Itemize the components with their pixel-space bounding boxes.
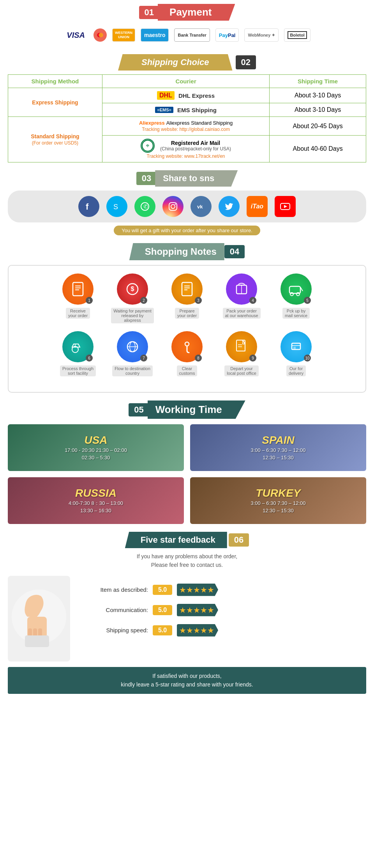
feedback-section: Five star feedback 06 If you have any pr… [0,528,374,698]
working-title: Working Time [148,400,245,419]
thumbs-up-image [8,576,70,662]
step-10-label: Our fordelivery [286,365,306,376]
bank-transfer-logo: Bank Transfer [174,28,210,42]
standard-shipping-label: Standard Shipping(For order over USD5) [8,117,102,162]
rating-communication-label: Communication: [86,607,148,613]
dhl-time: About 3-10 Days [270,88,366,103]
feedback-content: Item as described: 5.0 ★ ★ ★ ★ ★ Communi… [8,576,366,662]
usa-times: 17:00 - 20:30 21:30 – 02:00 02:30 – 5:30 [65,446,127,462]
shipping-number: 02 [236,55,256,69]
sns-gift-text: You will get a gift with your order afte… [114,226,260,235]
facebook-icon[interactable]: f [78,196,99,217]
step-3-icon: 3 [171,273,203,305]
chinapost-courier-cell: 中 Registered Air Mail (China post/epacke… [102,136,269,162]
working-grid: USA 17:00 - 20:30 21:30 – 02:00 02:30 – … [8,424,366,524]
shipping-section: Shipping Choice 02 Shipping Method Couri… [0,50,374,166]
payment-section: 01 Payment VISA WESTERNUNION maestro Ban… [0,0,374,50]
aliexpress-courier-cell: Aliexpress Aliexpress Standard Shipping … [102,117,269,136]
ems-name: EMS Shipping [177,107,217,113]
svg-text:S: S [113,203,118,211]
step-10-icon: 10 [280,331,312,362]
working-time-section: 05 Working Time USA 17:00 - 20:30 21:30 … [0,397,374,528]
dhl-name: DHL Express [178,92,215,99]
svg-rect-26 [289,286,300,293]
russia-card: RUSSIA 4:00-7:30 8：30 – 13:00 13:30 – 16… [8,477,184,524]
itao-icon[interactable]: iTao [247,196,268,217]
shopping-notes-section: Shopping Notes 04 1 Receiveyour order $ … [0,239,374,397]
rating-shipping-score: 5.0 [153,625,172,635]
svg-rect-20 [182,282,192,296]
payment-header: 01 Payment [8,4,366,21]
svg-text:f: f [86,202,89,212]
spain-times: 3:00 – 6:30 7:30 – 12:00 12:30 – 15:30 [251,446,306,462]
mastercard-logo [94,28,107,42]
spain-content: SPAIN 3:00 – 6:30 7:30 – 12:00 12:30 – 1… [251,434,306,462]
payment-logos-row: VISA WESTERNUNION maestro Bank Transfer … [8,25,366,46]
rating-communication-row: Communication: 5.0 ★ ★ ★ ★ ★ [86,604,366,616]
spain-country: SPAIN [251,434,306,446]
table-row: Standard Shipping(For order over USD5) A… [8,117,366,136]
notes-header: Shopping Notes 04 [8,243,366,260]
rating-described-label: Item as described: [86,586,148,593]
step-3-label: Prepareyour order [175,308,199,319]
step-8-icon: 8 [171,331,203,362]
rating-described-stars: ★ ★ ★ ★ ★ [177,584,218,596]
svg-rect-39 [292,343,300,349]
step-9-icon: 9 [226,331,257,362]
rating-described-row: Item as described: 5.0 ★ ★ ★ ★ ★ [86,584,366,596]
rating-shipping-row: Shipping speed: 5.0 ★ ★ ★ ★ ★ [86,624,366,637]
notes-row-2: 6 Process throughsort facility 7 Flow to… [16,331,358,376]
step-2: $ 2 Waiting for paymentreleased by alixp… [111,273,154,323]
vk-icon[interactable]: vk [191,196,212,217]
instagram-icon[interactable] [162,196,183,217]
step-2-label: Waiting for paymentreleased by alixpress [111,308,154,323]
notes-title: Shopping Notes [129,243,224,260]
ems-courier-cell: ≡EMS≡ EMS Shipping [102,103,269,117]
step-6: 6 Process throughsort facility [56,331,99,376]
svg-rect-41 [293,347,296,349]
rating-described-score: 5.0 [153,585,172,595]
payment-number: 01 [139,6,159,19]
youtube-icon[interactable] [275,196,296,217]
col-time: Shipping Time [270,75,366,88]
svg-point-1 [99,33,103,37]
boletol-logo: Boletol [284,28,310,42]
svg-text:vk: vk [197,204,203,210]
step-5: 5 Pck up bymail service [275,273,318,323]
svg-rect-47 [25,635,49,647]
step-4: 4 Pack your orderat our warehouse [220,273,263,323]
whatsapp-icon[interactable]: ✆ [134,196,155,217]
step-9: 9 Depart yourlocal post office [220,331,263,376]
step-1: 1 Receiveyour order [56,273,99,323]
step-2-icon: $ 2 [117,273,148,305]
step-4-label: Pack your orderat our warehouse [223,308,261,319]
notes-row-1: 1 Receiveyour order $ 2 Waiting for paym… [16,273,358,323]
dhl-courier-cell: DHL DHL Express [102,88,269,103]
rating-shipping-label: Shipping speed: [86,627,148,633]
usa-country: USA [65,434,127,446]
china-post-logo: 中 [141,139,155,153]
col-courier: Courier [102,75,269,88]
express-shipping-label: Express Shipping [8,88,102,117]
working-number: 05 [129,403,149,416]
skype-icon[interactable]: S [106,196,127,217]
visa-logo: VISA [64,28,88,42]
aliexpress-logo: Aliexpress [139,120,165,126]
ratings-area: Item as described: 5.0 ★ ★ ★ ★ ★ Communi… [86,576,366,644]
sns-section: 03 Share to sns f S ✆ vk iTao You will g… [0,166,374,239]
step-4-icon: 4 [226,273,257,305]
usa-content: USA 17:00 - 20:30 21:30 – 02:00 02:30 – … [65,434,127,462]
notes-box: 1 Receiveyour order $ 2 Waiting for paym… [8,265,366,393]
feedback-subtitle: If you have any problems about the order… [8,552,366,570]
shipping-table: Shipping Method Courier Shipping Time Ex… [8,74,366,162]
rating-communication-score: 5.0 [153,605,172,615]
svg-text:✆: ✆ [143,203,148,210]
shipping-title: Shipping Choice [118,54,233,71]
aliexpress-time: About 20-45 Days [270,117,366,136]
feedback-header: Five star feedback 06 [8,532,366,548]
twitter-icon[interactable] [219,196,240,217]
aliexpress-name: Aliexpress Standard Shipping [166,120,233,126]
table-row: Express Shipping DHL DHL Express About 3… [8,88,366,103]
paypal-logo: PayPal [215,28,239,42]
shipping-header: Shipping Choice 02 [8,54,366,71]
